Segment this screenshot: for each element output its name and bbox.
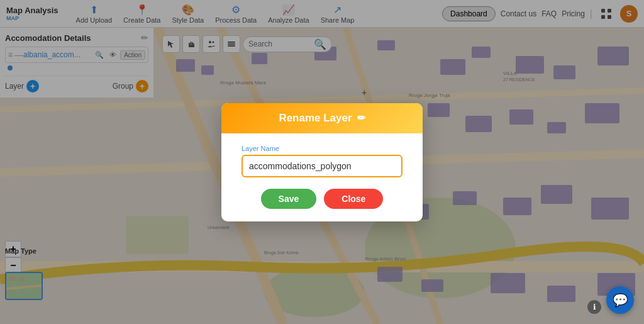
modal-title-text: Rename Layer [279, 112, 352, 125]
close-button[interactable]: Close [324, 189, 383, 209]
modal-field-label: Layer Name [242, 145, 402, 152]
chat-bubble[interactable]: 💬 [606, 286, 634, 314]
modal-body: Layer Name Save Close [239, 145, 405, 209]
save-button[interactable]: Save [261, 189, 317, 209]
modal-title: Rename Layer ✏ [221, 103, 423, 133]
modal-buttons: Save Close [242, 189, 402, 209]
modal-pencil-icon: ✏ [357, 112, 365, 124]
info-icon[interactable]: ℹ [587, 300, 601, 314]
rename-layer-modal: Rename Layer ✏ Layer Name Save Close [221, 103, 423, 221]
modal-overlay: Rename Layer ✏ Layer Name Save Close [0, 0, 644, 324]
layer-name-input[interactable] [242, 155, 402, 177]
